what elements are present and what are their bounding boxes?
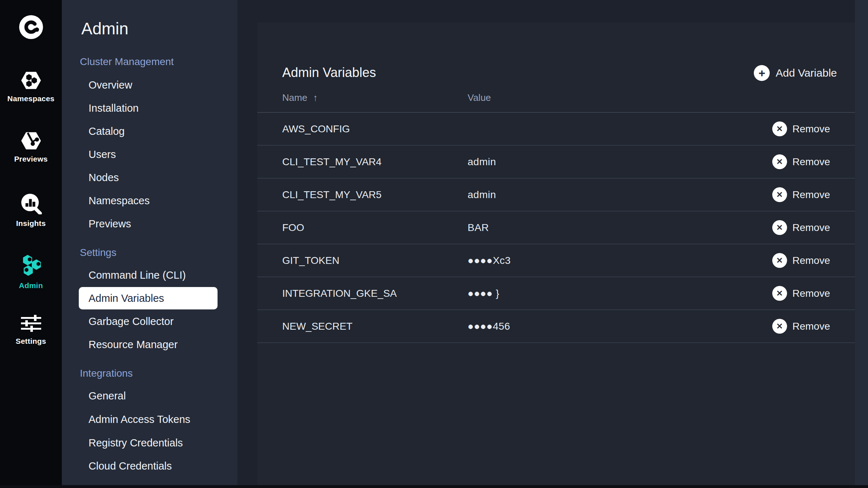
remove-label: Remove <box>792 321 830 332</box>
namespaces-hexagons-icon <box>21 71 42 90</box>
rail-item-label: Namespaces <box>7 94 54 103</box>
sidebar-item-admin-access-tokens[interactable]: Admin Access Tokens <box>62 408 237 431</box>
variable-value: ●●●● } <box>468 277 499 309</box>
name-column-label: Name <box>282 92 307 103</box>
table-row: INTEGRATION_GKE_SA ●●●● } ✕ Remove <box>257 277 855 310</box>
sidebar-title: Admin <box>81 19 128 38</box>
settings-sliders-icon <box>21 315 42 332</box>
icon-rail: Namespaces Previews <box>0 0 62 488</box>
table-row: CLI_TEST_MY_VAR5 admin ✕ Remove <box>257 179 855 211</box>
rail-item-label: Settings <box>16 337 46 346</box>
rail-item-admin[interactable]: Admin <box>0 254 62 290</box>
remove-button[interactable]: ✕ Remove <box>772 310 830 342</box>
sidebar-item-resource-manager[interactable]: Resource Manager <box>62 333 237 356</box>
remove-x-icon: ✕ <box>772 319 787 334</box>
variable-value: BAR <box>468 211 489 244</box>
sort-ascending-arrow-icon: ↑ <box>313 92 318 103</box>
rail-item-label: Previews <box>14 155 48 163</box>
remove-x-icon: ✕ <box>772 187 787 202</box>
section-header-cluster-management: Cluster Management <box>80 55 174 69</box>
remove-label: Remove <box>792 189 830 201</box>
variable-value: ●●●●Xc3 <box>468 244 511 277</box>
remove-button[interactable]: ✕ Remove <box>772 146 830 178</box>
sidebar-item-registry-credentials[interactable]: Registry Credentials <box>62 431 237 454</box>
sidebar-item-catalog[interactable]: Catalog <box>62 120 237 143</box>
remove-label: Remove <box>792 222 830 234</box>
variable-name: AWS_CONFIG <box>282 113 350 145</box>
sidebar-item-garbage-collector[interactable]: Garbage Collector <box>62 310 237 333</box>
variables-table: AWS_CONFIG ✕ Remove CLI_TEST_MY_VAR4 adm… <box>257 112 855 343</box>
rail-item-previews[interactable]: Previews <box>0 132 62 163</box>
admin-variables-card: Admin Variables + Add Variable Name ↑ Va… <box>257 22 855 485</box>
sidebar-item-users[interactable]: Users <box>62 143 237 166</box>
variable-name: INTEGRATION_GKE_SA <box>282 277 397 309</box>
table-row: AWS_CONFIG ✕ Remove <box>257 113 855 146</box>
remove-x-icon: ✕ <box>772 121 787 136</box>
variable-name: NEW_SECRET <box>282 310 352 342</box>
section-header-settings: Settings <box>80 245 116 260</box>
remove-x-icon: ✕ <box>772 286 787 301</box>
rail-item-label: Insights <box>16 219 46 228</box>
table-header-row: Name ↑ Value <box>257 22 855 112</box>
remove-button[interactable]: ✕ Remove <box>772 179 830 211</box>
admin-app: Namespaces Previews <box>0 0 868 488</box>
remove-label: Remove <box>792 255 830 266</box>
sidebar-item-nodes[interactable]: Nodes <box>62 166 237 189</box>
remove-label: Remove <box>792 123 830 135</box>
remove-button[interactable]: ✕ Remove <box>772 277 830 309</box>
sidebar-item-admin-variables-selected[interactable]: Admin Variables <box>79 287 218 309</box>
rail-item-namespaces[interactable]: Namespaces <box>0 71 62 103</box>
value-column-label: Value <box>468 92 491 103</box>
column-header-name[interactable]: Name ↑ <box>282 92 318 103</box>
remove-button[interactable]: ✕ Remove <box>772 113 830 145</box>
rail-item-label: Admin <box>19 281 43 290</box>
previews-git-hexagon-icon <box>21 132 42 150</box>
remove-x-icon: ✕ <box>772 253 787 268</box>
sidebar-item-previews[interactable]: Previews <box>62 212 237 235</box>
brand-logo[interactable] <box>0 15 62 39</box>
insights-chart-magnifier-icon <box>20 193 42 214</box>
rail-item-settings[interactable]: Settings <box>0 315 62 346</box>
remove-label: Remove <box>792 288 830 299</box>
sidebar-item-command-line-cli[interactable]: Command Line (CLI) <box>62 264 237 287</box>
bottom-edge-strip <box>0 485 868 488</box>
table-row: FOO BAR ✕ Remove <box>257 211 855 244</box>
admin-hexagons-icon <box>20 254 42 277</box>
sidebar-item-cloud-credentials[interactable]: Cloud Credentials <box>62 454 237 478</box>
sidebar-item-installation[interactable]: Installation <box>62 97 237 120</box>
variable-value: ●●●●456 <box>468 310 510 342</box>
table-row: GIT_TOKEN ●●●●Xc3 ✕ Remove <box>257 244 855 277</box>
variable-name: FOO <box>282 211 304 244</box>
remove-button[interactable]: ✕ Remove <box>772 211 830 244</box>
column-header-value: Value <box>468 92 491 103</box>
okteto-logo-icon <box>19 15 43 39</box>
sidebar-item-general[interactable]: General <box>62 384 237 407</box>
admin-nav-sidebar: Admin Cluster Management Overview Instal… <box>62 0 237 488</box>
remove-x-icon: ✕ <box>772 154 787 169</box>
section-header-integrations: Integrations <box>80 366 133 381</box>
variable-name: CLI_TEST_MY_VAR4 <box>282 146 382 178</box>
remove-x-icon: ✕ <box>772 220 787 235</box>
variable-name: GIT_TOKEN <box>282 244 339 277</box>
main-content: Admin Variables + Add Variable Name ↑ Va… <box>237 0 868 488</box>
variable-name: CLI_TEST_MY_VAR5 <box>282 179 382 211</box>
table-row: NEW_SECRET ●●●●456 ✕ Remove <box>257 310 855 343</box>
variable-value: admin <box>468 179 496 211</box>
sidebar-item-overview[interactable]: Overview <box>62 73 237 97</box>
remove-label: Remove <box>792 156 830 168</box>
scrollbar-gutter <box>855 0 868 488</box>
sidebar-item-namespaces[interactable]: Namespaces <box>62 189 237 212</box>
variable-value: admin <box>468 146 496 178</box>
remove-button[interactable]: ✕ Remove <box>772 244 830 277</box>
rail-item-insights[interactable]: Insights <box>0 193 62 228</box>
table-row: CLI_TEST_MY_VAR4 admin ✕ Remove <box>257 146 855 179</box>
